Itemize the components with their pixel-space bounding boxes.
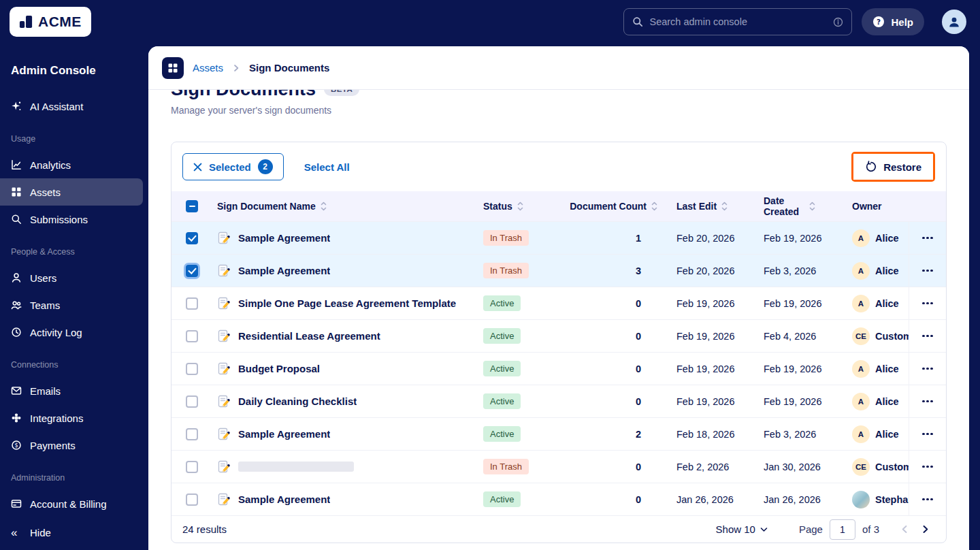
sidebar-item-account-billing[interactable]: Account & Billing <box>0 490 148 517</box>
table-row[interactable]: In Trash 0 Feb 2, 2026 Jan 30, 2026 CE C… <box>172 450 946 483</box>
next-page-button[interactable] <box>915 519 935 540</box>
admin-search[interactable] <box>623 8 852 35</box>
sign-document-icon <box>217 395 231 408</box>
sidebar-item-label: Analytics <box>30 159 71 171</box>
row-actions-button[interactable] <box>918 329 937 343</box>
document-name[interactable]: Daily Cleaning Checklist <box>238 395 357 407</box>
sidebar-item-emails[interactable]: Emails <box>0 377 148 404</box>
row-actions-button[interactable] <box>918 395 937 408</box>
document-name[interactable]: Simple One Page Lease Agreement Template <box>238 297 456 309</box>
restore-label: Restore <box>883 161 921 173</box>
sidebar-item-ai-assistant[interactable]: AI Assistant <box>0 93 148 120</box>
page-number-input[interactable] <box>830 519 855 540</box>
row-actions-button[interactable] <box>918 493 937 506</box>
table-toolbar: Selected 2 Select All Restore <box>172 142 946 191</box>
analytics-icon <box>11 159 22 170</box>
help-button[interactable]: ? Help <box>862 8 924 35</box>
sidebar-item-label: Payments <box>30 440 76 451</box>
owner-avatar: A <box>852 393 870 410</box>
sidebar-item-analytics[interactable]: Analytics <box>0 151 148 178</box>
row-actions-button[interactable] <box>918 460 937 474</box>
row-checkbox[interactable] <box>186 297 198 310</box>
document-name[interactable]: Sample Agreement <box>238 232 330 244</box>
row-checkbox[interactable] <box>186 265 198 277</box>
sidebar-item-submissions[interactable]: Submissions <box>0 206 148 233</box>
column-header-count[interactable]: Document Count <box>568 201 663 212</box>
select-all-button[interactable]: Select All <box>304 161 350 173</box>
date-created: Feb 4, 2026 <box>755 331 843 342</box>
sign-document-icon <box>217 231 231 245</box>
sidebar-item-teams[interactable]: Teams <box>0 291 148 319</box>
document-name[interactable]: Residential Lease Agreement <box>238 330 380 342</box>
row-actions-button[interactable] <box>918 231 937 245</box>
column-header-status[interactable]: Status <box>483 201 568 212</box>
sidebar-item-assets[interactable]: Assets <box>0 178 143 206</box>
row-checkbox[interactable] <box>186 461 198 473</box>
search-input[interactable] <box>649 16 827 27</box>
hide-sidebar-button[interactable]: « Hide <box>0 519 148 546</box>
sidebar-item-payments[interactable]: $ Payments <box>0 432 148 459</box>
acme-logo[interactable]: ACME <box>10 7 91 37</box>
document-name[interactable]: Sample Agreement <box>238 428 330 440</box>
status-badge: Active <box>483 361 521 376</box>
row-actions-button[interactable] <box>918 362 937 376</box>
table-row[interactable]: Daily Cleaning Checklist Active 0 Feb 19… <box>172 385 946 417</box>
sidebar-item-activity-log[interactable]: Activity Log <box>0 319 148 346</box>
table-row[interactable]: Residential Lease Agreement Active 0 Feb… <box>172 319 946 352</box>
sign-document-icon <box>217 460 231 474</box>
owner-avatar: A <box>852 360 870 378</box>
assets-grid-icon[interactable] <box>162 57 184 79</box>
status-badge: Active <box>483 426 521 442</box>
table-row[interactable]: Sample Agreement In Trash 3 Feb 20, 2026… <box>172 254 946 287</box>
breadcrumb-link-assets[interactable]: Assets <box>193 62 223 74</box>
row-checkbox[interactable] <box>186 395 198 408</box>
sign-document-icon <box>217 329 231 343</box>
column-header-name[interactable]: Sign Document Name <box>212 201 483 212</box>
last-edit-date: Feb 18, 2026 <box>663 429 755 440</box>
sidebar-item-label: Emails <box>30 385 61 397</box>
document-name[interactable]: Sample Agreement <box>238 265 330 276</box>
table-row[interactable]: Budget Proposal Active 0 Feb 19, 2026 Fe… <box>172 352 946 385</box>
page-subtitle: Manage your server's sign documents <box>171 105 947 116</box>
status-badge: Active <box>483 491 521 507</box>
document-name[interactable]: Budget Proposal <box>238 363 320 374</box>
clear-selection-button[interactable]: Selected 2 <box>182 153 284 180</box>
column-header-date-created[interactable]: Date Created <box>755 195 843 217</box>
owner-name: Customer <box>875 331 909 342</box>
user-avatar-button[interactable] <box>942 10 966 34</box>
status-badge: Active <box>483 328 521 344</box>
column-header-last-edit[interactable]: Last Edit <box>663 201 755 212</box>
help-label: Help <box>891 16 913 28</box>
owner-name: Alice <box>875 363 899 374</box>
row-checkbox[interactable] <box>186 494 198 506</box>
table-row[interactable]: Sample Agreement Active 2 Feb 18, 2026 F… <box>172 417 946 450</box>
row-checkbox[interactable] <box>186 232 198 244</box>
table-row[interactable]: Sample Agreement In Trash 1 Feb 20, 2026… <box>172 221 946 254</box>
previous-page-button[interactable] <box>894 519 915 540</box>
email-icon <box>11 385 22 396</box>
page-head: Sign Documents BETA Manage your server's… <box>171 90 947 116</box>
table-row[interactable]: Sample Agreement Active 0 Jan 26, 2026 J… <box>172 483 946 515</box>
restore-button[interactable]: Restore <box>853 154 933 180</box>
billing-icon <box>11 498 22 509</box>
row-actions-button[interactable] <box>918 264 937 278</box>
row-actions-button[interactable] <box>918 297 937 310</box>
sidebar-item-users[interactable]: Users <box>0 264 148 291</box>
row-checkbox[interactable] <box>186 330 198 342</box>
document-count: 3 <box>568 265 663 276</box>
select-all-checkbox[interactable] <box>186 200 198 212</box>
breadcrumb: Assets Sign Documents <box>148 46 969 90</box>
sort-icon <box>809 201 815 211</box>
last-edit-date: Feb 20, 2026 <box>663 265 755 276</box>
page-content: Sign Documents BETA Manage your server's… <box>148 90 969 550</box>
row-checkbox[interactable] <box>186 428 198 440</box>
page-size-dropdown[interactable]: Show 10 <box>716 523 768 535</box>
row-checkbox[interactable] <box>186 363 198 375</box>
row-actions-button[interactable] <box>918 427 937 441</box>
document-name[interactable]: Sample Agreement <box>238 494 330 505</box>
sidebar-section-label: Administration <box>0 470 148 486</box>
table-row[interactable]: Simple One Page Lease Agreement Template… <box>172 287 946 319</box>
payments-icon: $ <box>11 440 22 451</box>
last-edit-date: Feb 19, 2026 <box>663 298 755 309</box>
sidebar-item-integrations[interactable]: Integrations <box>0 404 148 432</box>
